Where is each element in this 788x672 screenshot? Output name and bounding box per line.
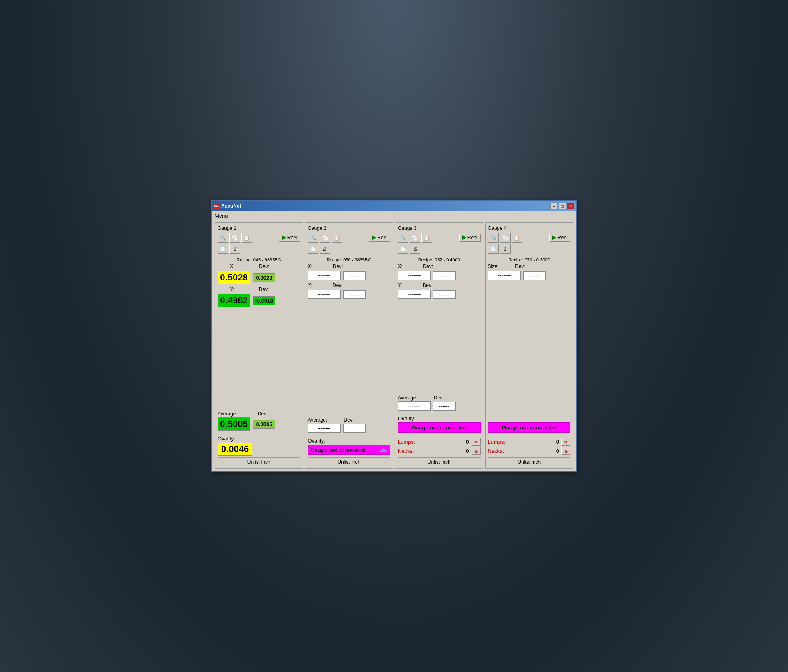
gauge-4-dev-size-lbl: Dev: bbox=[515, 264, 525, 269]
gauge-2-x-row: ------ ------ bbox=[308, 271, 391, 280]
gauge-4-doc-btn[interactable]: 📄 bbox=[488, 244, 499, 254]
reel-triangle-icon bbox=[282, 235, 286, 240]
gauge-4-spacer bbox=[488, 282, 571, 420]
gauge-3-avg-section: Average: Dev: ------- ------ bbox=[398, 395, 481, 411]
gauge-4-size-lbl: Size: bbox=[488, 264, 499, 269]
gauge-2-toolbar-2: 📄 🖨 bbox=[308, 244, 391, 254]
gauge-3-x-value: ------- bbox=[398, 271, 431, 280]
gauge-2-reel-btn[interactable]: Reel bbox=[369, 234, 390, 242]
gauge-3-recipe: Recipe: 052 - 0.4000 bbox=[398, 257, 481, 262]
gauge-1-toolbar-1: 🔍 📈 📋 Reel bbox=[218, 233, 300, 243]
gauge-3-zoom-btn[interactable]: 🔍 bbox=[398, 233, 408, 243]
gauge-3-not-connected: Gauge not connected bbox=[398, 422, 481, 433]
gauge-4-necks-icon[interactable]: 🖨 bbox=[561, 447, 570, 455]
gauge-3-reel-label: Reel bbox=[467, 235, 478, 241]
gauge-2-avg-section: Average: Dev: ------ ------ bbox=[308, 417, 391, 433]
gauge-4-reel-btn[interactable]: Reel bbox=[549, 234, 570, 242]
gauge-2-x-dev: ------ bbox=[343, 271, 366, 280]
gauge-1-avg-dev: 0.0005 bbox=[253, 420, 275, 429]
gauge-2-recipe: Recipe: 050 - 9865BG bbox=[308, 257, 391, 262]
gauge-4-necks-label: Necks: bbox=[488, 448, 504, 454]
gauge-2-zoom-btn[interactable]: 🔍 bbox=[308, 233, 318, 243]
gauge-3-lumps-necks: Lumps: 0 ✏ Necks: 0 🖨 bbox=[398, 437, 481, 456]
gauge-4-reel-label: Reel bbox=[557, 235, 568, 241]
gauge-1-chart-btn[interactable]: 📈 bbox=[229, 233, 240, 243]
gauge-4-lumps-necks: Lumps: 0 ✏ Necks: 0 🖨 bbox=[488, 437, 571, 456]
gauge-1-x-header: X: bbox=[230, 264, 234, 269]
gauge-4-units: Units: inch bbox=[488, 457, 571, 466]
gauge-3-print-btn[interactable]: 🖨 bbox=[410, 244, 420, 254]
gauge-3-necks-count: 0 bbox=[466, 448, 469, 454]
gauge-2-table-btn[interactable]: 📋 bbox=[332, 233, 342, 243]
gauge-1-toolbar-2: 📄 🖨 bbox=[218, 244, 300, 254]
gauge-1-ovality-value: 0.0046 bbox=[218, 443, 252, 456]
gauge-1-avg-row: 0.5005 0.0005 bbox=[218, 417, 300, 431]
gauge-4-not-connected-section: Gauge not connected bbox=[488, 422, 571, 433]
gauge-4-zoom-btn[interactable]: 🔍 bbox=[488, 233, 499, 243]
gauge-3-panel: Gauge 3 🔍 📈 📋 Reel 📄 🖨 Recipe: 052 - 0.4… bbox=[395, 222, 483, 469]
gauge-1-avg-label: Average: bbox=[218, 411, 237, 417]
gauge-3-chart-btn[interactable]: 📈 bbox=[410, 233, 420, 243]
gauge-1-y-header: Y: bbox=[230, 287, 234, 292]
gauge-3-y-col-headers: Y: Dev: bbox=[398, 282, 481, 288]
gauge-3-avg-row: ------- ------ bbox=[398, 401, 481, 411]
maximize-button[interactable]: □ bbox=[559, 203, 566, 209]
gauge-1-zoom-btn[interactable]: 🔍 bbox=[218, 233, 228, 243]
gauge-2-y-dev: ------ bbox=[343, 290, 366, 299]
gauge-3-doc-btn[interactable]: 📄 bbox=[398, 244, 408, 254]
gauge-1-avg-value: 0.5005 bbox=[218, 417, 250, 431]
gauge-3-lumps-icon[interactable]: ✏ bbox=[472, 438, 481, 446]
gauge-2-chart-btn[interactable]: 📈 bbox=[320, 233, 330, 243]
gauge-2-not-connected: Gauge not connected bbox=[308, 445, 391, 455]
gauge-2-y-value: ------ bbox=[308, 290, 341, 299]
gauge-1-y-value: 0.4982 bbox=[218, 294, 250, 307]
menu-item-menu[interactable]: Menu bbox=[215, 213, 228, 219]
gauge-4-size-row: ------- ------ bbox=[488, 271, 571, 280]
gauge-3-necks-row: Necks: 0 🖨 bbox=[398, 447, 481, 455]
gauge-1-reel-btn[interactable]: Reel bbox=[279, 234, 300, 242]
gauge-2-avg-dev-label: Dev: bbox=[344, 417, 354, 423]
gauge-3-spacer bbox=[398, 301, 481, 395]
gauge-1-reel-label: Reel bbox=[287, 235, 298, 241]
menu-bar: Menu bbox=[212, 211, 576, 220]
gauge-2-ovality-label: Ovality: bbox=[308, 438, 391, 444]
gauge-1-x-value: 0.5028 bbox=[218, 271, 250, 284]
gauge-1-avg-dev-label: Dev: bbox=[258, 411, 268, 417]
gauge-2-avg-row: ------ ------ bbox=[308, 424, 391, 433]
gauge-4-size-value: ------- bbox=[488, 271, 521, 280]
gauge-4-necks-row: Necks: 0 🖨 bbox=[488, 447, 571, 455]
gauge-2-col-headers: X: Dev: bbox=[308, 264, 391, 269]
gauge-4-title: Gauge 4 bbox=[488, 225, 571, 231]
gauge-3-reel-btn[interactable]: Reel bbox=[459, 234, 481, 242]
gauge-3-dev-x-lbl: Dev: bbox=[423, 264, 433, 269]
gauge-2-toolbar-1: 🔍 📈 📋 Reel bbox=[308, 233, 391, 243]
gauge-2-doc-btn[interactable]: 📄 bbox=[308, 244, 318, 254]
gauge-1-x-row: 0.5028 0.0028 bbox=[218, 271, 300, 284]
gauge-4-toolbar-1: 🔍 📈 📋 Reel bbox=[488, 233, 571, 243]
gauge-1-dev-y-header: Dev: bbox=[259, 287, 269, 292]
minimize-button[interactable]: – bbox=[550, 203, 558, 209]
gauge-2-spacer bbox=[308, 301, 391, 417]
gauge-2-y-col-headers: Y: Dev: bbox=[308, 282, 391, 288]
close-button[interactable]: ✕ bbox=[567, 203, 574, 209]
gauge-2-panel: Gauge 2 🔍 📈 📋 Reel 📄 🖨 Recipe: 050 - 986… bbox=[305, 222, 394, 469]
gauge-3-necks-icon[interactable]: 🖨 bbox=[472, 447, 481, 455]
gauge-3-y-value: ------- bbox=[398, 290, 431, 299]
gauge-1-print-btn[interactable]: 🖨 bbox=[229, 244, 240, 254]
gauge-1-avg-section: Average: Dev: 0.5005 0.0005 bbox=[218, 411, 300, 431]
gauge-4-print-btn[interactable]: 🖨 bbox=[500, 244, 511, 254]
gauge-3-avg-dev: ------ bbox=[433, 402, 456, 411]
gauge-3-y-dev: ------ bbox=[433, 290, 456, 299]
gauge-3-table-btn[interactable]: 📋 bbox=[421, 233, 432, 243]
gauge-1-doc-btn[interactable]: 📄 bbox=[218, 244, 228, 254]
gauge-3-avg-value: ------- bbox=[398, 401, 431, 411]
gauge-4-chart-btn[interactable]: 📈 bbox=[500, 233, 511, 243]
gauge-4-not-connected: Gauge not connected bbox=[488, 422, 571, 433]
gauge-4-lumps-row: Lumps: 0 ✏ bbox=[488, 438, 571, 446]
gauge-1-title: Gauge 1 bbox=[218, 225, 300, 231]
gauge-2-print-btn[interactable]: 🖨 bbox=[320, 244, 330, 254]
gauge-4-lumps-icon[interactable]: ✏ bbox=[561, 438, 570, 446]
gauge-4-table-btn[interactable]: 📋 bbox=[512, 233, 522, 243]
gauge-1-table-btn[interactable]: 📋 bbox=[241, 233, 252, 243]
gauge-1-y-row: 0.4982 -0.0018 bbox=[218, 294, 300, 307]
